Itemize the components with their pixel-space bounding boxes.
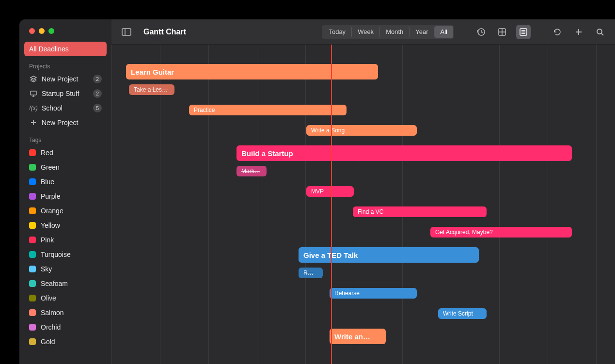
gantt-bar[interactable]: Write Script [438, 308, 487, 319]
sidebar-tag-item[interactable]: Yellow [24, 218, 107, 233]
range-all[interactable]: All [435, 26, 453, 38]
sidebar-tag-item[interactable]: Olive [24, 291, 107, 305]
gantt-bar-label: Mark… [241, 168, 260, 174]
gantt-bar[interactable]: MVP [306, 186, 354, 197]
gantt-bar[interactable]: R… [299, 268, 323, 278]
tag-label: Blue [41, 178, 54, 186]
zoom-window[interactable] [48, 28, 54, 34]
gantt-bar[interactable]: Write a Song [306, 125, 417, 136]
range-today[interactable]: Today [323, 26, 352, 38]
main-area: Gantt Chart TodayWeekMonthYearAll [111, 19, 615, 364]
sidebar-tag-item[interactable]: Seafoam [24, 276, 107, 291]
sidebar-tag-item[interactable]: Pink [24, 233, 107, 247]
tag-color-swatch [29, 237, 36, 243]
plus-icon [29, 119, 38, 126]
project-label: Startup Stuff [42, 90, 79, 97]
svg-rect-6 [122, 29, 131, 35]
gantt-bar[interactable]: Find a VC [353, 206, 487, 217]
gantt-bar[interactable]: Build a Startup [237, 145, 572, 161]
sidebar-tag-item[interactable]: Orchid [24, 320, 107, 334]
tag-label: Yellow [41, 222, 60, 229]
window-controls [24, 19, 107, 42]
sidebar-tag-item[interactable]: Green [24, 160, 107, 174]
tag-label: Green [41, 163, 60, 171]
tag-color-swatch [29, 178, 36, 185]
range-week[interactable]: Week [352, 26, 380, 38]
grid-line [208, 45, 209, 364]
range-year[interactable]: Year [410, 26, 434, 38]
project-badge: 2 [93, 89, 102, 98]
tag-color-swatch [29, 222, 36, 229]
gantt-bar-label: Practice [194, 107, 215, 113]
tag-label: Gold [41, 338, 55, 346]
gantt-bar[interactable]: Mark… [237, 166, 267, 176]
sidebar-project-item[interactable]: f(x)School5 [24, 101, 107, 115]
stack-icon [29, 75, 38, 83]
tag-label: Pink [41, 236, 54, 244]
sidebar-tag-item[interactable]: Sky [24, 262, 107, 276]
grid-view-button[interactable] [495, 25, 509, 39]
gantt-bar[interactable]: Practice [189, 105, 347, 115]
gantt-bar[interactable]: Learn Guitar [126, 64, 378, 79]
grid-line [305, 45, 306, 364]
grid-line [257, 45, 257, 364]
gantt-chart[interactable]: Learn GuitarTake a Les…PracticeWrite a S… [111, 45, 615, 364]
history-button[interactable] [473, 25, 488, 39]
gantt-bar-label: R… [303, 269, 314, 276]
sidebar-projects-header: Projects [24, 56, 107, 72]
gantt-bar[interactable]: Give a TED Talk [299, 247, 479, 263]
sidebar-project-item[interactable]: New Project2 [24, 72, 107, 86]
tag-color-swatch [29, 295, 36, 301]
tag-label: Orange [41, 207, 63, 215]
sidebar-tag-item[interactable]: Red [24, 145, 107, 160]
tag-label: Olive [41, 294, 56, 302]
app-window: All Deadlines Projects New Project2Start… [19, 19, 615, 364]
sidebar-project-item[interactable]: New Project [24, 115, 107, 130]
gantt-bar[interactable]: Take a Les… [129, 84, 174, 95]
grid-line [111, 45, 112, 364]
project-label: New Project [42, 119, 78, 127]
tag-label: Turquoise [41, 251, 71, 258]
gantt-bar[interactable]: Get Acquired, Maybe? [430, 227, 572, 237]
gantt-bar-label: Get Acquired, Maybe? [435, 229, 493, 236]
project-label: New Project [42, 75, 78, 83]
add-button[interactable] [571, 25, 586, 39]
tag-color-swatch [29, 280, 36, 287]
search-button[interactable] [593, 25, 607, 39]
project-badge: 5 [93, 104, 102, 112]
minimize-window[interactable] [39, 28, 45, 34]
tag-label: Seafoam [41, 280, 68, 287]
sidebar-tag-item[interactable]: Gold [24, 334, 107, 349]
gantt-bar[interactable]: Write an… [330, 329, 386, 344]
gantt-bar-label: Write an… [334, 332, 370, 341]
grid-line [596, 45, 597, 364]
tag-color-swatch [29, 251, 36, 258]
project-badge: 2 [93, 75, 102, 83]
sidebar-tag-item[interactable]: Purple [24, 189, 107, 204]
sidebar-tag-item[interactable]: Blue [24, 174, 107, 189]
tag-label: Sky [41, 265, 52, 273]
range-segmented-control: TodayWeekMonthYearAll [322, 25, 454, 39]
refresh-button[interactable] [550, 25, 565, 39]
list-view-button[interactable] [516, 25, 531, 39]
close-window[interactable] [29, 28, 35, 34]
range-month[interactable]: Month [380, 26, 410, 38]
sidebar-tag-item[interactable]: Salmon [24, 305, 107, 320]
project-label: School [42, 104, 63, 112]
grid-line [499, 45, 500, 364]
sidebar-all-deadlines[interactable]: All Deadlines [24, 42, 107, 56]
today-indicator [331, 45, 332, 364]
sidebar-project-item[interactable]: Startup Stuff2 [24, 86, 107, 101]
tag-color-swatch [29, 324, 36, 331]
toggle-sidebar-button[interactable] [119, 25, 134, 39]
svg-point-18 [597, 29, 602, 34]
gantt-bar[interactable]: Rehearse [330, 288, 417, 299]
tag-label: Red [41, 149, 53, 157]
grid-line [548, 45, 548, 364]
gantt-bar-label: Write a Song [311, 127, 345, 134]
sidebar-tag-item[interactable]: Orange [24, 204, 107, 218]
sidebar-tag-item[interactable]: Turquoise [24, 247, 107, 262]
svg-rect-1 [31, 91, 36, 95]
fx-icon: f(x) [29, 105, 38, 111]
toolbar: Gantt Chart TodayWeekMonthYearAll [111, 19, 615, 45]
